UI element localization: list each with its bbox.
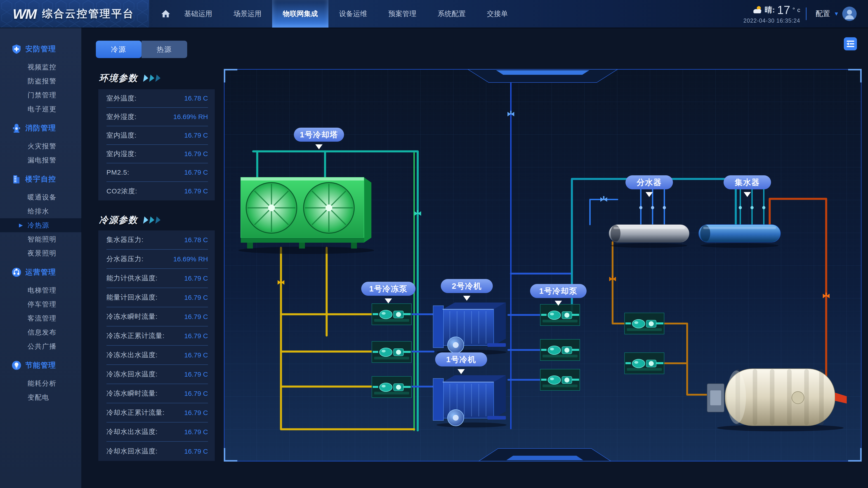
cooling-water-pumps: [540, 304, 580, 390]
hvac-system-diagram: 1号冷却塔 分水器 集水器 1号冷冻泵 2号冷机: [224, 69, 862, 462]
nav-item-device-ops[interactable]: 设备运维: [329, 0, 378, 28]
nav-item-basic[interactable]: 基础运用: [174, 0, 223, 28]
building-icon: [11, 174, 22, 184]
tab-cold-source[interactable]: 冷源: [96, 41, 142, 58]
collapse-icon: [844, 37, 857, 51]
sidebar-item-access-control[interactable]: 门禁管理: [0, 88, 81, 102]
sidebar-header-building-automation[interactable]: 楼宇自控: [0, 172, 81, 186]
param-value: 16.79 C: [184, 409, 208, 417]
sidebar-item-label: 漏电报警: [28, 156, 57, 164]
pump-unit: [372, 377, 411, 398]
fire-hydrant-icon: [11, 123, 22, 133]
config-dropdown[interactable]: 配置 ▼: [806, 7, 839, 20]
param-row: 室内湿度:16.79 C: [106, 145, 208, 163]
param-label: 分水器压力:: [106, 254, 144, 264]
sidebar-item-cold-heat-source[interactable]: ▶冷热源: [0, 218, 81, 232]
nav-item-system-config[interactable]: 系统配置: [427, 0, 476, 28]
sidebar-item-label: 夜景照明: [28, 250, 57, 257]
sidebar-item-label: 暖通设备: [28, 193, 57, 201]
sidebar-group-building-automation: 楼宇自控 暖通设备 给排水 ▶冷热源 智能照明 夜景照明: [0, 172, 81, 260]
param-label: 室内湿度:: [106, 149, 136, 159]
param-row: 冷却水回水温度:16.79 C: [106, 442, 208, 461]
sidebar-item-label: 公共广播: [28, 343, 57, 350]
param-row: 冷冻水瞬时流量:16.79 C: [106, 384, 208, 403]
avatar-icon: [842, 6, 857, 21]
sidebar-item-power-distribution[interactable]: 变配电: [0, 390, 81, 404]
home-button[interactable]: [158, 0, 174, 28]
sidebar-group-operations: 运营管理 电梯管理 停车管理 客流管理 信息发布 公共广播: [0, 265, 81, 353]
param-value: 16.79 C: [184, 294, 208, 301]
sidebar-item-fire-alarm[interactable]: 火灾报警: [0, 139, 81, 153]
sidebar-group-security: 安防管理 视频监控 防盗报警 门禁管理 电子巡更: [0, 42, 81, 116]
pump-unit: [625, 353, 664, 374]
section-title-text: 环境参数: [99, 72, 138, 84]
sidebar-item-label: 冷热源: [28, 221, 49, 229]
sidebar-item-patrol[interactable]: 电子巡更: [0, 102, 81, 116]
sidebar-item-passenger-flow[interactable]: 客流管理: [0, 311, 81, 325]
sidebar-item-public-broadcast[interactable]: 公共广播: [0, 339, 81, 353]
param-row: 冷冻水回水温度:16.79 C: [106, 365, 208, 384]
water-distributor-tank: [609, 225, 689, 248]
param-value: 16.79 C: [184, 313, 208, 321]
sidebar-header-fire[interactable]: 消防管理: [0, 121, 81, 135]
sidebar-item-label: 防盗报警: [28, 77, 57, 85]
lightbulb-icon: [11, 360, 22, 370]
app-logo: WM 综合云控管理平台: [0, 0, 149, 28]
collapse-panel-button[interactable]: [844, 37, 857, 51]
param-row: 冷冻水正累计流量:16.79 C: [106, 326, 208, 346]
sidebar-item-elevator[interactable]: 电梯管理: [0, 283, 81, 297]
sidebar-item-label: 火灾报警: [28, 142, 57, 150]
svg-text:分水器: 分水器: [637, 178, 662, 187]
top-nav: 基础运用 场景运用 物联网集成 设备运维 预案管理 系统配置 交接单: [158, 0, 519, 28]
sidebar-item-parking[interactable]: 停车管理: [0, 297, 81, 311]
nav-item-plan[interactable]: 预案管理: [378, 0, 427, 28]
section-title-cold-source: 冷源参数: [99, 214, 160, 226]
sidebar-item-burglar-alarm[interactable]: 防盗报警: [0, 74, 81, 88]
param-row: CO2浓度:16.79 C: [106, 182, 208, 200]
sidebar-item-hvac[interactable]: 暖通设备: [0, 190, 81, 204]
degree-symbol: °: [793, 6, 795, 13]
sidebar-header-security[interactable]: 安防管理: [0, 42, 81, 56]
water-collector-tank: [699, 225, 780, 248]
share-network-icon: [11, 267, 22, 278]
nav-item-iot[interactable]: 物联网集成: [272, 0, 329, 28]
param-row: 能量计回水温度:16.79 C: [106, 288, 208, 307]
param-row: 冷却水出水温度:16.79 C: [106, 422, 208, 442]
sidebar-group-energy: 节能管理 能耗分析 变配电: [0, 358, 81, 404]
sidebar-item-label: 门禁管理: [28, 91, 57, 99]
sidebar-item-info-publish[interactable]: 信息发布: [0, 325, 81, 339]
param-label: CO2浓度:: [106, 187, 137, 196]
param-label: 能力计供水温度:: [106, 273, 158, 283]
frame-bottom-decoration: [479, 449, 611, 461]
param-row: 室外湿度:16.69% RH: [106, 108, 208, 126]
pump-unit: [372, 341, 411, 363]
nav-item-scene[interactable]: 场景运用: [223, 0, 272, 28]
pump-unit: [540, 339, 580, 361]
param-value: 16.78 C: [184, 236, 208, 244]
param-value: 16.79 C: [184, 351, 208, 359]
sidebar-item-label: 能耗分析: [28, 380, 57, 387]
param-label: 冷却水回水温度:: [106, 447, 158, 456]
sun-cloud-icon: [752, 5, 763, 14]
param-value: 16.79 C: [184, 131, 208, 139]
sidebar-header-operations[interactable]: 运营管理: [0, 265, 81, 279]
sidebar-header-energy[interactable]: 节能管理: [0, 358, 81, 372]
sidebar-item-water-supply[interactable]: 给排水: [0, 204, 81, 218]
svg-text:集水器: 集水器: [735, 178, 760, 187]
sidebar-item-label: 客流管理: [28, 315, 57, 322]
svg-text:2号冷机: 2号冷机: [452, 282, 482, 290]
weather-text: 晴:: [765, 5, 775, 15]
sidebar-item-smart-lighting[interactable]: 智能照明: [0, 232, 81, 246]
param-value: 16.69% RH: [174, 113, 208, 121]
sidebar-item-label: 给排水: [28, 207, 49, 215]
sidebar-item-leakage-alarm[interactable]: 漏电报警: [0, 153, 81, 167]
sidebar-item-energy-analysis[interactable]: 能耗分析: [0, 377, 81, 390]
pump-unit: [540, 304, 580, 326]
sidebar-item-video-monitor[interactable]: 视频监控: [0, 60, 81, 74]
nav-item-handover[interactable]: 交接单: [476, 0, 519, 28]
user-avatar[interactable]: [842, 6, 857, 21]
sidebar-item-night-lighting[interactable]: 夜景照明: [0, 246, 81, 260]
fan-icon: [246, 183, 297, 233]
param-label: 冷冻水出水温度:: [106, 350, 158, 360]
tab-heat-source[interactable]: 热源: [142, 41, 187, 58]
